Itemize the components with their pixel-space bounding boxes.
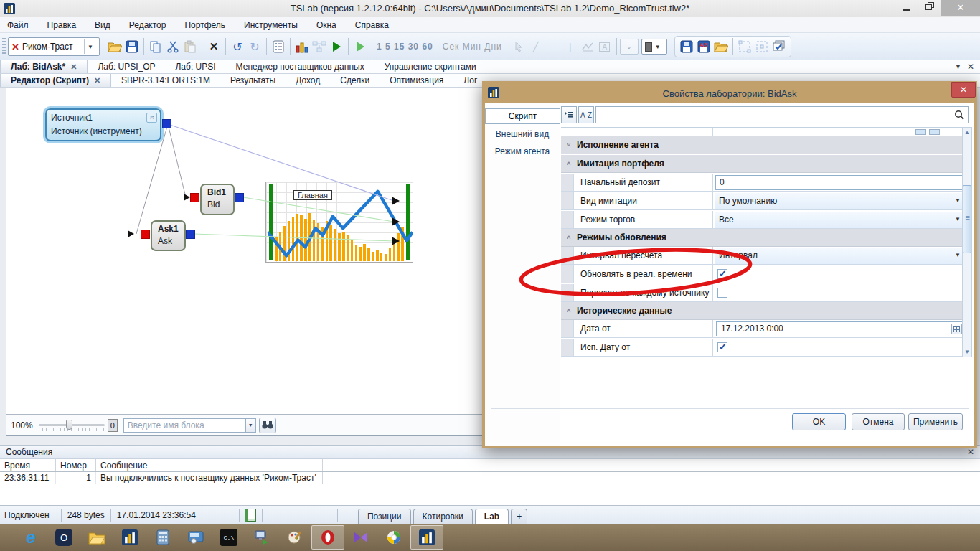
restore-button[interactable] <box>918 0 938 16</box>
color-picker[interactable]: ▼ <box>641 39 667 55</box>
tab-close-icon[interactable]: ✕ <box>94 76 100 85</box>
tab-data-providers[interactable]: Менеджер поставщиков данных <box>226 60 374 73</box>
tab-lab-upsi[interactable]: Лаб: UPSI <box>165 60 225 73</box>
select-region-button[interactable] <box>736 37 753 56</box>
side-tab-agent-mode[interactable]: Режим агента <box>485 143 560 159</box>
timeframe-units[interactable]: Сек Мин Дни <box>441 37 504 56</box>
dialog-close-button[interactable]: ✕ <box>951 82 976 98</box>
block-search-input[interactable] <box>123 418 245 433</box>
menu-windows[interactable]: Окна <box>316 20 336 30</box>
category-agent-execution[interactable]: ˅Исполнение агента <box>561 136 966 154</box>
redo-button[interactable]: ↻ <box>246 37 263 56</box>
find-block-button[interactable] <box>259 418 276 433</box>
bid-output-port[interactable] <box>235 193 244 202</box>
trade-mode-dropdown[interactable]: Все <box>715 212 966 228</box>
col-message[interactable]: Сообщение <box>96 459 323 471</box>
chart-view-button[interactable] <box>293 37 311 56</box>
col-number[interactable]: Номер <box>56 459 96 471</box>
taskbar-tslab-active-icon[interactable] <box>410 525 443 550</box>
desktop-tab-quotes[interactable]: Котировки <box>413 509 473 524</box>
side-tab-appearance[interactable]: Внешний вид <box>485 126 560 142</box>
taskbar-display-icon[interactable] <box>179 525 212 550</box>
tab-optimization[interactable]: Оптимизация <box>380 74 453 87</box>
tab-close-icon[interactable]: ✕ <box>70 62 77 72</box>
cancel-button[interactable]: Отмена <box>852 413 905 430</box>
side-tab-script[interactable]: Скрипт <box>485 108 560 124</box>
paste-button[interactable] <box>182 37 199 56</box>
menu-portfolio[interactable]: Портфель <box>184 20 225 30</box>
zoom-slider-thumb[interactable] <box>66 420 72 430</box>
hline-tool[interactable]: — <box>545 37 562 56</box>
cursor-tool[interactable] <box>510 37 527 56</box>
tab-lab-bidask[interactable]: Лаб: BidAsk*✕ <box>0 60 88 73</box>
categorized-view-button[interactable] <box>561 106 577 123</box>
property-grid-scrollbar[interactable]: ▲ ▼ <box>962 127 972 357</box>
taskbar-media-player-icon[interactable] <box>344 525 377 550</box>
taskbar-calculator-icon[interactable] <box>146 525 179 550</box>
scroll-up-icon[interactable]: ▲ <box>963 128 971 137</box>
chart-panel-preview[interactable]: Главная <box>265 182 413 263</box>
tab-script-manager[interactable]: Управление скриптами <box>374 60 486 73</box>
block-search-dropdown-icon[interactable]: ▼ <box>245 418 256 433</box>
vline-tool[interactable]: | <box>562 37 579 56</box>
close-button[interactable]: ✕ <box>941 0 980 16</box>
add-desktop-tab-button[interactable]: + <box>511 509 527 524</box>
cut-button[interactable] <box>164 37 182 56</box>
select-all-button[interactable] <box>753 37 771 56</box>
run-button[interactable] <box>328 37 345 56</box>
col-time[interactable]: Время <box>0 459 56 471</box>
alphabetical-view-button[interactable]: A-Z <box>578 106 594 123</box>
taskbar-remote-pc-icon[interactable] <box>245 525 278 550</box>
recalc-per-source-checkbox[interactable] <box>717 288 727 298</box>
use-date-from-checkbox[interactable] <box>717 342 727 352</box>
zoom-slider[interactable] <box>39 420 105 431</box>
message-row[interactable]: 23:36:31.11 1 Вы подключились к поставщи… <box>0 472 980 484</box>
line-tool[interactable]: ╱ <box>527 37 545 56</box>
broker-dropdown-icon[interactable]: ▼ <box>85 44 96 50</box>
desktop-tab-lab[interactable]: Lab <box>475 509 509 524</box>
broker-selector[interactable]: ✕ Риком-Траст ▼ <box>8 37 100 56</box>
category-update-modes[interactable]: ˄Режимы обновления <box>561 229 966 247</box>
polyline-tool[interactable] <box>579 37 596 56</box>
collapse-icon[interactable]: » <box>146 113 157 123</box>
scroll-down-icon[interactable]: ▼ <box>963 347 971 357</box>
ok-button[interactable]: OK <box>792 413 846 430</box>
calendar-icon[interactable] <box>951 324 962 334</box>
properties-button[interactable] <box>270 37 287 56</box>
ask-output-port[interactable] <box>186 230 195 239</box>
taskbar-cmd-icon[interactable]: C:\ <box>212 525 245 550</box>
menu-edit[interactable]: Правка <box>47 20 77 30</box>
imitation-type-dropdown[interactable]: По умолчанию <box>715 193 966 209</box>
run-step-button[interactable] <box>352 37 369 56</box>
category-portfolio-imitation[interactable]: ˄Имитация портфеля <box>561 155 966 173</box>
minimize-button[interactable] <box>897 0 917 16</box>
save-button[interactable] <box>123 37 141 56</box>
property-search-input[interactable] <box>595 106 969 123</box>
taskbar-browser-sphere-icon[interactable] <box>377 525 410 550</box>
windows-check-button[interactable] <box>771 37 788 56</box>
desktop-tab-positions[interactable]: Позиции <box>358 509 411 524</box>
open-file-button[interactable] <box>106 37 123 56</box>
save-as-button[interactable]: AS <box>695 37 712 56</box>
menu-help[interactable]: Справка <box>355 20 389 30</box>
taskbar-tslab-chart-icon[interactable] <box>113 525 146 550</box>
tab-instrument[interactable]: SBPR-3.14:FORTS:1M <box>111 74 220 87</box>
tab-results[interactable]: Результаты <box>220 74 286 87</box>
realtime-update-checkbox[interactable] <box>717 269 727 279</box>
menu-file[interactable]: Файл <box>7 20 29 30</box>
menu-view[interactable]: Вид <box>95 20 110 30</box>
initial-deposit-input[interactable]: 0 <box>715 175 965 190</box>
scrollbar-thumb[interactable] <box>963 185 971 253</box>
tab-profit[interactable]: Доход <box>286 74 330 87</box>
category-historical-data[interactable]: ˄Исторические данные <box>561 302 966 320</box>
tab-list-icon[interactable]: ▼ <box>955 63 961 70</box>
taskbar-opera-mini-icon[interactable]: O <box>47 525 80 550</box>
delete-button[interactable]: ✕ <box>205 37 222 56</box>
text-tool[interactable]: A <box>596 37 613 56</box>
undo-button[interactable]: ↺ <box>229 37 246 56</box>
tab-trades[interactable]: Сделки <box>330 74 380 87</box>
taskbar-paint-icon[interactable] <box>278 525 311 550</box>
messages-close-icon[interactable]: ✕ <box>967 447 974 457</box>
tab-script-editor[interactable]: Редактор (Скрипт)✕ <box>0 74 111 87</box>
taskbar-ie-icon[interactable]: e <box>14 525 47 550</box>
